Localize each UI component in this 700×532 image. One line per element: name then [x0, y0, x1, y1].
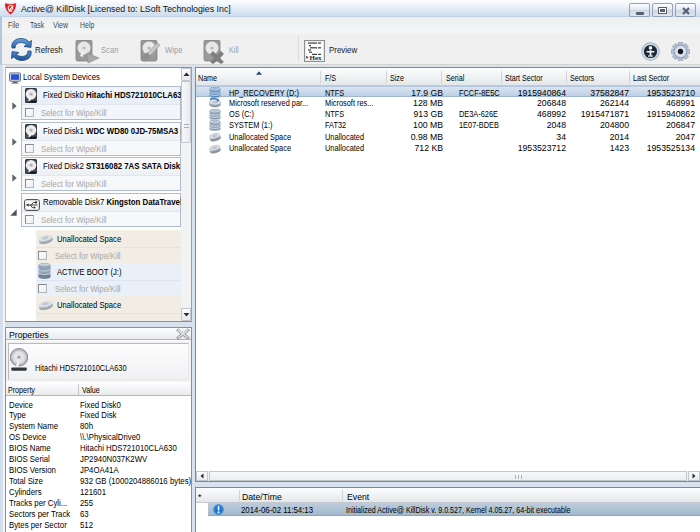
svg-text:Hex: Hex: [310, 54, 323, 61]
